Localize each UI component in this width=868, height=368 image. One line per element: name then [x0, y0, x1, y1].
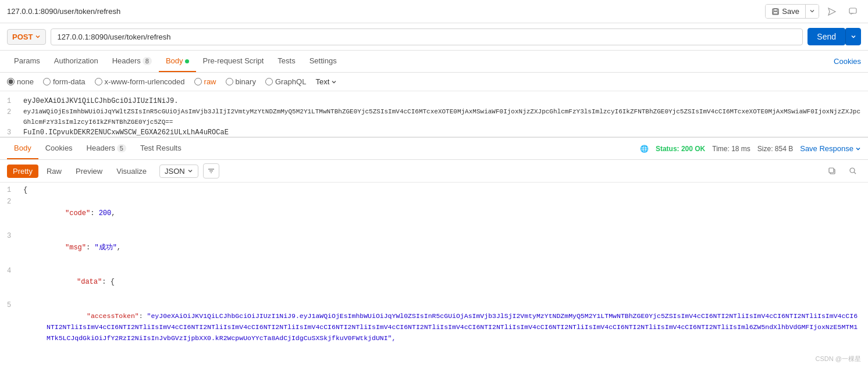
- chevron-down-icon: [187, 168, 193, 174]
- svg-line-10: [854, 172, 856, 174]
- send-dropdown-button[interactable]: [845, 28, 861, 45]
- chevron-down-icon: [855, 146, 861, 152]
- tab-params[interactable]: Params: [7, 51, 47, 72]
- request-body-editor[interactable]: 1 eyJ0eXAiOiJKV1QiLCJhbGciOiJIUzI1NiJ9. …: [0, 91, 868, 138]
- svg-rect-2: [773, 12, 778, 14]
- resp-tab-headers[interactable]: Headers5: [80, 138, 133, 159]
- send-button-group[interactable]: Send: [807, 28, 861, 45]
- body-active-dot: [185, 59, 189, 63]
- title-bar-right: Save: [765, 3, 861, 20]
- save-button[interactable]: Save: [766, 5, 805, 18]
- filter-icon: [207, 167, 215, 175]
- json-line-5b: I6Ik9jZWFuIn0.kR2WcpwUoYYcTa8AdCjIdgCuSX…: [0, 355, 868, 368]
- save-button-group[interactable]: Save: [765, 4, 819, 19]
- text-format-dropdown[interactable]: Text: [315, 77, 337, 86]
- tab-tests[interactable]: Tests: [271, 51, 302, 72]
- send-button[interactable]: Send: [807, 28, 845, 45]
- chevron-down-icon: [809, 8, 815, 14]
- comment-icon: [848, 7, 858, 16]
- response-size: Size: 854 B: [757, 145, 793, 153]
- watermark: CSDN @一棵星: [816, 355, 861, 363]
- url-input[interactable]: [51, 28, 803, 45]
- view-tabs-bar: Pretty Raw Preview Visualize JSON: [0, 160, 868, 183]
- view-tab-pretty[interactable]: Pretty: [7, 165, 38, 178]
- json-line-4: 4 "data": {: [0, 266, 868, 300]
- svg-rect-8: [829, 168, 834, 173]
- cookies-link[interactable]: Cookies: [834, 57, 861, 66]
- json-line-3: 3 "msg": "成功",: [0, 231, 868, 265]
- json-line-1: 1 {: [0, 185, 868, 196]
- tab-body[interactable]: Body: [159, 51, 196, 72]
- response-meta: 🌐 Status: 200 OK Time: 18 ms Size: 854 B…: [640, 144, 861, 153]
- copy-icon: [828, 167, 836, 175]
- tab-settings[interactable]: Settings: [303, 51, 344, 72]
- view-tab-preview[interactable]: Preview: [70, 165, 108, 178]
- resp-tab-body[interactable]: Body: [7, 138, 38, 159]
- svg-rect-3: [849, 8, 856, 13]
- search-button[interactable]: [845, 163, 861, 178]
- copy-button[interactable]: [824, 163, 840, 178]
- view-tabs-right: [824, 163, 861, 178]
- filter-icon-button[interactable]: [203, 163, 219, 178]
- body-options-bar: none form-data x-www-form-urlencoded raw…: [0, 73, 868, 91]
- tab-prerequest[interactable]: Pre-request Script: [196, 51, 271, 72]
- save-response-button[interactable]: Save Response: [800, 144, 861, 153]
- view-tab-visualize[interactable]: Visualize: [111, 165, 152, 178]
- save-icon: [771, 8, 780, 16]
- chevron-down-icon: [851, 34, 856, 40]
- chat-icon-btn[interactable]: [845, 3, 861, 20]
- option-graphql[interactable]: GraphQL: [265, 77, 306, 86]
- tab-headers[interactable]: Headers8: [105, 51, 159, 72]
- globe-icon: 🌐: [640, 145, 649, 153]
- option-form-data[interactable]: form-data: [43, 77, 86, 86]
- request-tabs-bar: Params Authorization Headers8 Body Pre-r…: [0, 51, 868, 73]
- json-line-2: 2 "code": 200,: [0, 196, 868, 231]
- json-response-output: 1 { 2 "code": 200, 3 "msg": "成功", 4 "dat…: [0, 183, 868, 368]
- title-bar: 127.0.0.1:8090/user/token/refresh Save: [0, 0, 868, 23]
- code-line-2: 2 eyJ1aWQiOjEsImhbWUiOiJqYWltZSIsInR5cGU…: [0, 107, 868, 127]
- code-line-3: 3 FuIn0.ICpvukDEKR2ENUCxwWSCW_EGXA262iUL…: [0, 127, 868, 138]
- option-binary[interactable]: binary: [226, 77, 256, 86]
- json-line-5a: 5 "accessToken": "eyJ0eXAiOiJKV1QiLCJhbG…: [0, 300, 868, 355]
- page-title: 127.0.0.1:8090/user/token/refresh: [7, 7, 120, 16]
- search-icon: [849, 167, 857, 175]
- send-alt-icon: [827, 7, 837, 16]
- view-tab-raw[interactable]: Raw: [41, 165, 67, 178]
- method-select[interactable]: POST: [7, 29, 46, 45]
- chevron-down-icon: [331, 79, 337, 85]
- option-raw[interactable]: raw: [194, 77, 216, 86]
- response-section: Body Cookies Headers5 Test Results 🌐 Sta…: [0, 138, 868, 368]
- svg-point-9: [850, 168, 855, 173]
- resp-tab-cookies[interactable]: Cookies: [38, 138, 80, 159]
- option-none[interactable]: none: [7, 77, 34, 86]
- resp-headers-badge: 5: [117, 144, 126, 152]
- response-tabs-bar: Body Cookies Headers5 Test Results 🌐 Sta…: [0, 138, 868, 160]
- svg-rect-1: [774, 9, 777, 11]
- send-icon-btn[interactable]: [824, 3, 840, 20]
- code-line-1: 1 eyJ0eXAiOiJKV1QiLCJhbGciOiJIUzI1NiJ9.: [0, 96, 868, 107]
- method-label: POST: [12, 33, 33, 41]
- resp-tab-testresults[interactable]: Test Results: [133, 138, 188, 159]
- url-bar: POST Send: [0, 23, 868, 51]
- option-x-www-form-urlencoded[interactable]: x-www-form-urlencoded: [95, 77, 185, 86]
- chevron-down-icon: [35, 34, 41, 40]
- status-badge: Status: 200 OK: [656, 145, 705, 153]
- headers-badge: 8: [143, 57, 152, 65]
- title-bar-left: 127.0.0.1:8090/user/token/refresh: [7, 7, 120, 16]
- app-container: 127.0.0.1:8090/user/token/refresh Save: [0, 0, 868, 368]
- response-time: Time: 18 ms: [712, 145, 750, 153]
- tab-authorization[interactable]: Authorization: [47, 51, 105, 72]
- json-format-select[interactable]: JSON: [159, 165, 198, 178]
- save-dropdown-button[interactable]: [805, 5, 819, 18]
